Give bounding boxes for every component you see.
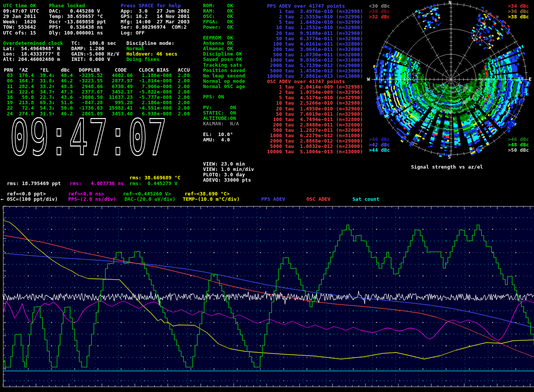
receiver-position-panel-line-1: Lat: 54.4964948° N bbox=[3, 46, 60, 51]
utc-time-panel-line-4: TOW: 553642 bbox=[3, 25, 36, 30]
rms-dac-line-0: rms: 0.445279 V bbox=[129, 181, 177, 186]
view-queue-panel-line-3: ADEVQ: 33000 pts bbox=[203, 177, 251, 182]
hw-status-panel-line-0: ROM: OK bbox=[203, 3, 233, 8]
pps-adev-table-line-10: 1000 tau 9.8365e-012 (n=31000) bbox=[267, 57, 363, 62]
strip-chart-area[interactable] bbox=[3, 206, 534, 387]
legend-pps-adev-line-0: PPS ADEV bbox=[261, 197, 285, 202]
polar-caption-line-0: Signal strength vs az/el bbox=[411, 164, 483, 169]
discipline-mode-panel-line-0: Discipline mode: bbox=[126, 41, 174, 46]
rms-temp-line-0: rms: 38.669689 °C bbox=[129, 175, 180, 180]
rms-osc-line-0: rms: 18.795469 ppt bbox=[7, 181, 61, 186]
utc-time-panel-line-2: 29 Jan 2011 bbox=[3, 14, 36, 19]
fix-modes-panel-line-1: STATIC: ON bbox=[203, 110, 236, 115]
pps-adev-table-line-4: 10 tau 1.2532e-010 (n=32980) bbox=[267, 25, 363, 30]
fix-modes-panel-line-0: PV: ON bbox=[203, 105, 236, 110]
osc-adev-table-line-0: OSC ADEV over 41747 points bbox=[267, 79, 345, 84]
pps-adev-table-line-8: 200 tau 3.0641e-011 (n=32600) bbox=[267, 47, 363, 52]
view-queue-panel-line-2: PLOTQ: 3.0 day bbox=[203, 172, 245, 177]
phase-panel-line-4: PPS↑ 0.536438 ns bbox=[49, 25, 103, 30]
utc-time-panel-line-0: UTC time OK bbox=[3, 3, 36, 8]
phase-panel-line-3: Osc↑ -13.869858 ppt bbox=[49, 19, 106, 24]
sat-table-line-2: 06 164.7 31.8↓ 46.2 -3223.55 2877.97 -1.… bbox=[4, 78, 190, 83]
utc-time-panel-line-5: UTC ofs: 15 bbox=[3, 30, 36, 35]
utc-time-panel-line-3: Week: 1620 bbox=[3, 19, 36, 24]
discipline-mode-panel-line-2: Holdover: 46 secs bbox=[126, 51, 177, 56]
osc-adev-table-line-11: 2000 tau 2.8868e-012 (n=29000) bbox=[267, 138, 363, 143]
discipline-mode-panel-line-3: Doing fixes bbox=[126, 57, 159, 62]
gps-status-panel-line-5: Tracking sats bbox=[203, 62, 242, 67]
pps-adev-table-line-9: 500 tau 1.6730e-011 (n=32000) bbox=[267, 52, 363, 57]
pps-adev-table-line-6: 50 tau 6.3774e-011 (n=32900) bbox=[267, 36, 363, 41]
ref-dac-line-0: ref~<0.445260 V> bbox=[123, 191, 171, 196]
osc-adev-table-line-5: 20 tau 1.4950e-010 (n=32960) bbox=[267, 106, 363, 111]
osc-adev-table-line-2: 2 tau 1.0754e-009 (n=32996) bbox=[267, 90, 363, 95]
osc-adev-table-line-6: 50 tau 7.6019e-011 (n=32900) bbox=[267, 112, 363, 116]
legend-osc-adev-line-0: OSC ADEV bbox=[306, 197, 331, 202]
loop-params-panel-line-2: GAIN:-5.000 Hz/V bbox=[71, 51, 119, 56]
pps-adev-table-line-3: 5 tau 1.6482e-010 (n=32990) bbox=[267, 20, 363, 25]
sat-table-line-4: 14 122.6 34.7↑ 47.3 2377.67 3452.17 -5.8… bbox=[4, 89, 190, 94]
gps-status-panel-line-9: Normal OSC age bbox=[203, 84, 245, 89]
osc-adev-table-line-7: 100 tau 4.7494e-011 (n=32800) bbox=[267, 117, 363, 122]
hw-status-panel-line-2: OSC: OK bbox=[203, 14, 233, 19]
loop-params-panel-line-1: DAMP: 1.200 bbox=[71, 46, 104, 51]
discipline-mode-panel-line-1: Normal bbox=[126, 46, 144, 51]
sat-table-line-1: 03 176.4 39.4↓ 48.4 -3235.52 4602.66 1.1… bbox=[4, 73, 190, 78]
gps-status-panel-line-3: Discipline OK bbox=[203, 51, 242, 56]
phase-panel-line-5: Dly: 100.000001 ns bbox=[49, 30, 103, 35]
help-panel-line-1: App: 3.0 27 Jun 2002 bbox=[121, 8, 190, 13]
osc-adev-table-line-9: 500 tau 1.2827e-011 (n=32000) bbox=[267, 128, 363, 133]
ref-osc-line-0: ref=<0.0 ppt> bbox=[7, 191, 46, 196]
az-el-map-area[interactable] bbox=[375, 3, 528, 156]
osc-adev-table-line-4: 10 tau 2.5266e-010 (n=32980) bbox=[267, 100, 363, 105]
gps-status-panel-line-1: Antenna OK bbox=[203, 41, 233, 46]
pps-adev-table-line-0: PPS ADEV over 41747 points bbox=[267, 3, 345, 8]
view-queue-panel-line-1: VIEW: 1.0 min/div bbox=[203, 167, 254, 172]
legend-sat-count-line-0: Sat count bbox=[352, 197, 379, 202]
compass-w-line-0: W bbox=[367, 77, 370, 82]
view-queue-panel-line-0: VIEW: 23.0 min bbox=[203, 161, 245, 166]
ref-pps-line-0: ref=<0.0 ns> bbox=[68, 191, 104, 196]
scale-pps-line-0: PPS~(2.0 ns/div) bbox=[68, 197, 116, 202]
phase-panel-line-1: DAC: 0.445280 V bbox=[49, 8, 100, 13]
gps-status-panel-line-2: Almanac OK bbox=[203, 46, 233, 51]
gps-status-panel-line-0: EEPROM OK bbox=[203, 35, 233, 40]
pps-adev-table-line-1: 1 tau 3.4976e-010 (n=32998) bbox=[267, 9, 363, 14]
hw-status-panel-line-3: FPGA: OK bbox=[203, 19, 233, 24]
gps-status-panel-line-8: Normal op mode bbox=[203, 79, 245, 84]
help-panel-line-4: Ser: 0.80296974 COM:2 bbox=[121, 25, 187, 30]
osc-adev-table-line-3: 5 tau 4.5174e-010 (n=32990) bbox=[267, 95, 363, 100]
scale-temp-line-0: TEMP~(10.0 m°C/div) bbox=[183, 197, 240, 202]
phase-panel-line-0: Phase locked bbox=[49, 3, 85, 8]
pps-adev-table-line-13: 10000 tau 7.8861e-013 (n=13000) bbox=[267, 74, 363, 79]
hw-status-panel-line-4: Power: OK bbox=[203, 25, 233, 30]
gps-status-panel-line-4: Saved posn OK bbox=[203, 57, 242, 62]
sat-table-line-0: PRN °AZ °EL dBc DOPPLER CODE CLOCK BIAS … bbox=[4, 67, 190, 72]
sat-table-line-5: 18 58.0 22.7↓ 43.6 -3006.50 11637.23 -5.… bbox=[4, 95, 190, 100]
osc-adev-table-line-12: 5000 tau 1.0832e-012 (n=23000) bbox=[267, 144, 363, 149]
help-panel-line-0: Press SPACE for help bbox=[121, 3, 181, 8]
receiver-position-panel-line-2: Lon: 18.4333777° E bbox=[3, 51, 60, 56]
compass-e-line-0: E bbox=[529, 77, 532, 82]
gps-status-panel-line-6: Position saved bbox=[203, 68, 245, 73]
mask-panel-line-0: EL: 10.0° bbox=[203, 132, 233, 137]
utc-time-panel-line-1: 09:47:07 UTC bbox=[3, 8, 39, 13]
pps-adev-table-line-7: 100 tau 4.6161e-011 (n=32800) bbox=[267, 41, 363, 46]
osc-adev-table-line-8: 200 tau 2.8488e-011 (n=32600) bbox=[267, 122, 363, 127]
fix-modes-panel-line-2: ALTITUDE:ON bbox=[203, 116, 236, 121]
pps-adev-table-line-2: 2 tau 2.5353e-010 (n=32996) bbox=[267, 14, 363, 19]
scale-osc-line-0: ← OSC=(100 ppt/div) bbox=[1, 197, 58, 202]
big-clock-display: 09:47:07 bbox=[10, 113, 167, 162]
scale-dac-line-0: DAC~(20.0 uV/div) bbox=[124, 197, 175, 202]
mask-panel-line-1: AMU: 4.0 bbox=[203, 137, 230, 142]
pps-adev-table-line-12: 5000 tau 1.4543e-012 (n=23000) bbox=[267, 68, 363, 73]
fix-modes-panel-line-3: KALMAN: N/A bbox=[203, 121, 239, 126]
help-panel-line-2: GPS: 10.2 14 Nov 2001 bbox=[121, 14, 190, 19]
loop-params-panel-line-0: TC: 100.0 sec bbox=[71, 41, 116, 46]
ref-temp-line-0: ref~<38.690 °C> bbox=[185, 191, 229, 196]
pps-adev-table-line-11: 2000 tau 5.7139e-012 (n=29000) bbox=[267, 63, 363, 68]
rms-pps-line-0: rms: 4.007736 ns bbox=[70, 181, 124, 186]
help-panel-line-5: Log: OFF bbox=[121, 30, 145, 35]
gpsdo-monitor-screen: UTC time OK09:47:07 UTC29 Jan 2011Week: … bbox=[0, 0, 534, 392]
pps-adev-table-line-5: 20 tau 9.9108e-011 (n=32960) bbox=[267, 31, 363, 36]
